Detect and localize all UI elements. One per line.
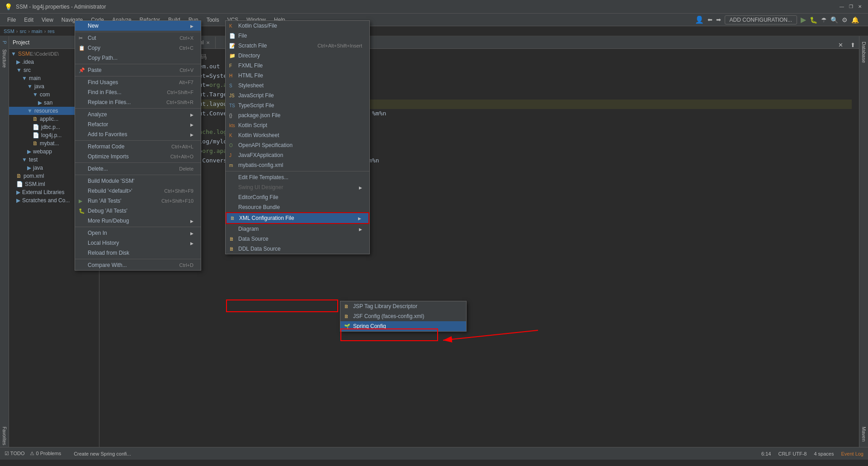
ctx-optimize-imports[interactable]: Optimize Imports Ctrl+Alt+O [75, 152, 201, 162]
run-button[interactable]: ▶ [801, 15, 806, 24]
ctx-scratch-file[interactable]: 📝 Scratch File Ctrl+Alt+Shift+Insert [226, 41, 369, 51]
ctx-javascript-file[interactable]: JS JavaScript File [226, 90, 369, 100]
encoding-label[interactable]: CRLF UTF-8 [778, 451, 807, 456]
ctx-swing-ui-designer-label: Swing UI Designer [238, 184, 283, 190]
ctx-swing-ui-designer[interactable]: Swing UI Designer [226, 182, 369, 192]
ctx-html-file[interactable]: H HTML File [226, 71, 369, 81]
menu-view[interactable]: View [38, 15, 57, 24]
ctx-resource-bundle[interactable]: Resource Bundle [226, 202, 369, 212]
problems-label[interactable]: ⚠ 0 Problems [30, 451, 61, 456]
ctx-typescript-file-label: TypeScript File [238, 102, 274, 109]
ctx-file[interactable]: 📄 File [226, 31, 369, 41]
ctx-debug-all-tests[interactable]: 🐛 Debug 'All Tests' [75, 206, 201, 216]
cut-icon: ✂ [79, 35, 83, 41]
breadcrumb-ssm[interactable]: SSM [4, 29, 14, 34]
ctx-jsf-config[interactable]: 🗎 JSF Config (faces-config.xml) [340, 311, 466, 321]
ctx-run-all-tests[interactable]: ▶ Run 'All Tests' Ctrl+Shift+F10 [75, 196, 201, 206]
ctx-kotlin-script[interactable]: kts Kotlin Script [226, 120, 369, 130]
breadcrumb-res[interactable]: res [47, 29, 54, 34]
ctx-find-usages[interactable]: Find Usages Alt+F7 [75, 77, 201, 87]
back-icon[interactable]: ⬅ [708, 16, 712, 23]
todo-label[interactable]: ☑ TODO [5, 451, 24, 456]
editor-content[interactable]: # stdout,stdout定义在下面的代码 log4j.appender.s… [99, 49, 859, 447]
notifications-icon[interactable]: 🔔 [851, 16, 859, 24]
ctx-local-history[interactable]: Local History [75, 238, 201, 248]
ctx-mybatis-config[interactable]: m mybatis-config.xml [226, 160, 369, 170]
ctx-refactor[interactable]: Refactor [75, 119, 201, 129]
forward-icon[interactable]: ➡ [716, 16, 721, 23]
close-editor-panel-icon[interactable]: ✕ [835, 42, 847, 48]
breadcrumb-src[interactable]: src [20, 29, 27, 34]
ctx-javafx[interactable]: J JavaFXApplication [226, 150, 369, 160]
ctx-editorconfig-file[interactable]: EditorConfig File [226, 192, 369, 202]
ctx-copy-path[interactable]: Copy Path... [75, 53, 201, 63]
ctx-xml-configuration-file[interactable]: 🗎 XML Configuration File [226, 212, 369, 224]
ctx-paste[interactable]: 📌 Paste Ctrl+V [75, 65, 201, 75]
ctx-find-usages-label: Find Usages [88, 79, 118, 86]
menu-tools[interactable]: Tools [203, 15, 223, 24]
ctx-kotlin-worksheet-label: Kotlin Worksheet [238, 132, 279, 138]
ctx-reformat-code[interactable]: Reformat Code Ctrl+Alt+L [75, 142, 201, 152]
ctx-debug-all-tests-label: Debug 'All Tests' [88, 208, 127, 214]
database-panel-label[interactable]: Database [860, 38, 868, 67]
ctx-openapi[interactable]: O OpenAPI Specification [226, 140, 369, 150]
title-bar-left: 💡 SSM - log4j.properties - Administrator [5, 3, 106, 10]
ctx-replace-in-files[interactable]: Replace in Files... Ctrl+Shift+R [75, 97, 201, 107]
indent-label[interactable]: 4 spaces [814, 451, 834, 456]
settings-icon[interactable]: ⚙ [842, 16, 848, 24]
code-line-5: log4j.appender.stdout.layout.Target=Syst… [107, 90, 852, 100]
ctx-typescript-file[interactable]: TS TypeScript File [226, 100, 369, 110]
favorites-label[interactable]: Favorites [1, 425, 8, 447]
ctx-edit-file-templates-label: Edit File Templates... [238, 174, 288, 181]
ctx-more-run-debug[interactable]: More Run/Debug [75, 216, 201, 226]
ctx-kotlin-class[interactable]: K Kotlin Class/File [226, 21, 369, 31]
ctx-package-json[interactable]: {} package.json File [226, 110, 369, 120]
ctx-kotlin-worksheet[interactable]: K Kotlin Worksheet [226, 130, 369, 140]
ctx-javafx-label: JavaFXApplication [238, 152, 283, 158]
ctx-stylesheet[interactable]: S Stylesheet [226, 81, 369, 90]
ctx-reload-from-disk[interactable]: Reload from Disk [75, 248, 201, 258]
menu-file[interactable]: File [4, 15, 19, 24]
minimize-button[interactable]: — [838, 3, 845, 10]
ctx-open-in[interactable]: Open In [75, 228, 201, 238]
coverage-icon[interactable]: ☂ [821, 16, 827, 24]
editor-area: 🗎 mybatis-config.xml ✕ 🗎 web.xml ✕ ✕ ⬆ #… [99, 36, 859, 447]
ctx-data-source[interactable]: 🗎 Data Source [226, 234, 369, 244]
debug-icon[interactable]: 🐛 [810, 16, 817, 24]
ctx-copy[interactable]: 📋 Copy Ctrl+C [75, 43, 201, 53]
close-button[interactable]: ✕ [856, 3, 863, 10]
line-col[interactable]: 6:14 [761, 451, 771, 456]
tree-ssm-label: SSM [18, 51, 30, 57]
ctx-fxml-file[interactable]: F FXML File [226, 61, 369, 71]
ctx-ddl-data-source[interactable]: 🗎 DDL Data Source [226, 244, 369, 254]
new-submenu-arrow [190, 23, 193, 29]
ctx-edit-file-templates[interactable]: Edit File Templates... [226, 172, 369, 182]
tab-web-close[interactable]: ✕ [206, 40, 210, 45]
ctx-build-module[interactable]: Build Module 'SSM' [75, 176, 201, 186]
breadcrumb-main[interactable]: main [32, 29, 42, 34]
ctx-find-in-files[interactable]: Find in Files... Ctrl+Shift+F [75, 87, 201, 97]
project-icon[interactable]: P [1, 38, 8, 47]
ctx-rebuild-label: Rebuild '<default>' [88, 188, 132, 194]
ctx-add-to-favorites[interactable]: Add to Favorites [75, 129, 201, 139]
add-configuration-button[interactable]: ADD CONFIGURATION... [725, 15, 797, 24]
ctx-jsp-tag-library[interactable]: 🗎 JSP Tag Library Descriptor [340, 301, 466, 311]
restore-button[interactable]: ❐ [847, 3, 854, 10]
maven-panel-label[interactable]: Maven [860, 423, 868, 445]
structure-label[interactable]: Structure [1, 48, 8, 70]
ctx-new[interactable]: New [75, 21, 201, 31]
code-line-8 [107, 119, 852, 128]
expand-editor-icon[interactable]: ⬆ [847, 42, 859, 48]
event-log-label[interactable]: Event Log [841, 451, 863, 456]
menu-edit[interactable]: Edit [20, 15, 37, 24]
ctx-rebuild[interactable]: Rebuild '<default>' Ctrl+Shift+F9 [75, 186, 201, 196]
ctx-directory[interactable]: 📁 Directory [226, 51, 369, 61]
ctx-delete[interactable]: Delete... Delete [75, 164, 201, 174]
search-icon[interactable]: 🔍 [830, 16, 838, 24]
ctx-analyze[interactable]: Analyze [75, 109, 201, 119]
ctx-compare-with[interactable]: Compare With... Ctrl+D [75, 260, 201, 270]
code-line-3: log4j.appender.stdout.Target=System.out [107, 71, 852, 81]
user-icon[interactable]: 👤 [695, 15, 704, 24]
ctx-diagram[interactable]: Diagram [226, 224, 369, 234]
ctx-cut[interactable]: ✂ Cut Ctrl+X [75, 33, 201, 43]
